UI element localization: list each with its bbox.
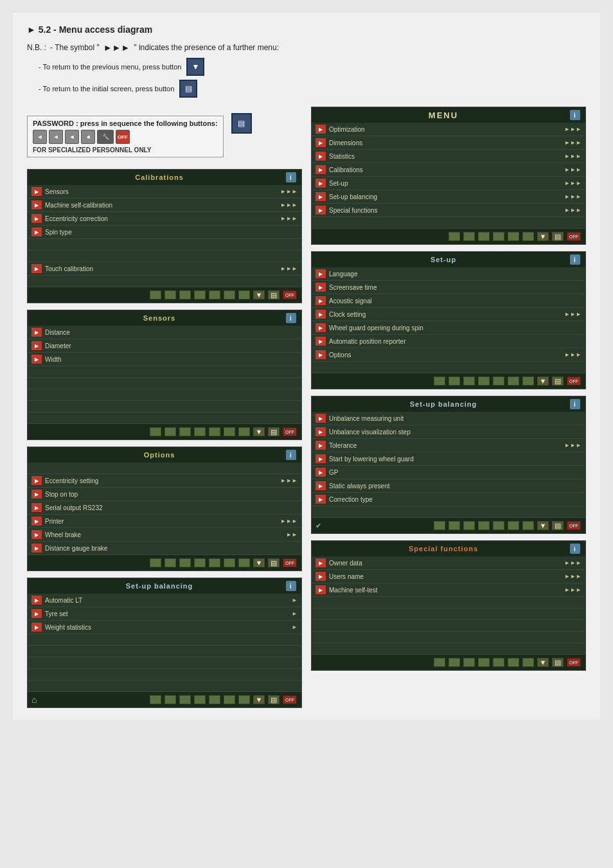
cal-item-machine-self-cal[interactable]: ▶ Machine self-calibration ►►►	[28, 199, 301, 212]
sf-item-users[interactable]: ▶ Users name ►►►	[312, 570, 585, 583]
footer-btn-5[interactable]	[209, 290, 220, 299]
setup-bal-right-info[interactable]: i	[570, 399, 580, 409]
sbl-footer-back[interactable]: ▼	[253, 695, 265, 704]
sbl-footer-home2[interactable]: ▤	[268, 695, 280, 704]
footer-btn-2[interactable]	[164, 290, 176, 299]
setup-item-screensave[interactable]: ▶ Screensave time	[312, 281, 585, 294]
menu-footer-btn-6[interactable]	[522, 232, 534, 241]
menu-footer-btn-1[interactable]	[449, 232, 460, 241]
menu-footer-home[interactable]: ▤	[552, 232, 564, 241]
sbl-footer-btn-5[interactable]	[209, 695, 220, 704]
setup-footer-btn-2[interactable]	[449, 376, 460, 385]
setup-item-language[interactable]: ▶ Language	[312, 267, 585, 281]
special-fn-info[interactable]: i	[570, 544, 580, 554]
footer-btn-home[interactable]: ▤	[268, 290, 280, 299]
sf-footer-btn-6[interactable]	[508, 658, 519, 667]
footer-btn-back[interactable]: ▼	[253, 290, 265, 299]
sbl-item-tyre[interactable]: ▶ Tyre set ►	[28, 607, 301, 621]
sbr-footer-off[interactable]: OFF	[567, 521, 581, 530]
sensors-footer-back[interactable]: ▼	[253, 427, 265, 436]
options-footer-btn-5[interactable]	[209, 558, 220, 567]
sf-footer-btn-5[interactable]	[493, 658, 504, 667]
sbr-item-gp[interactable]: ▶ GP	[312, 466, 585, 479]
options-footer-btn-7[interactable]	[238, 558, 250, 567]
sensors-item-diameter[interactable]: ▶ Diameter	[28, 339, 301, 353]
menu-item-setup[interactable]: ▶ Set-up ►►►	[312, 177, 585, 190]
cal-item-sensors[interactable]: ▶ Sensors ►►►	[28, 185, 301, 199]
setup-item-acoustic[interactable]: ▶ Acoustic signal	[312, 294, 585, 308]
menu-item-special[interactable]: ▶ Special functions ►►►	[312, 204, 585, 217]
options-item-stop[interactable]: ▶ Stop on top	[28, 488, 301, 501]
options-footer-btn-4[interactable]	[194, 558, 206, 567]
sbl-footer-off[interactable]: OFF	[283, 695, 297, 704]
sensors-footer-off[interactable]: OFF	[283, 427, 297, 436]
menu-main-info[interactable]: i	[570, 110, 580, 120]
options-item-serial[interactable]: ▶ Serial output RS232	[28, 501, 301, 515]
pw-btn-2[interactable]: ◄	[49, 130, 63, 144]
cal-item-spin[interactable]: ▶ Spin type	[28, 226, 301, 239]
footer-btn-6[interactable]	[224, 290, 235, 299]
sbr-footer-back[interactable]: ▼	[537, 521, 549, 530]
setup-footer-home[interactable]: ▤	[552, 376, 564, 385]
options-footer-btn-3[interactable]	[179, 558, 191, 567]
options-footer-btn-2[interactable]	[164, 558, 176, 567]
sbl-footer-btn-7[interactable]	[238, 695, 250, 704]
sbr-footer-btn-7[interactable]	[522, 521, 534, 530]
sensors-item-distance[interactable]: ▶ Distance	[28, 326, 301, 339]
options-footer-btn-6[interactable]	[224, 558, 235, 567]
sensors-footer-btn-4[interactable]	[194, 427, 206, 436]
options-footer-btn-1[interactable]	[150, 558, 161, 567]
setup-footer-btn-6[interactable]	[508, 376, 519, 385]
sbr-item-start-lower[interactable]: ▶ Start by lowering wheel guard	[312, 452, 585, 466]
sbr-footer-btn-3[interactable]	[463, 521, 475, 530]
sbr-item-static[interactable]: ▶ Static always present	[312, 479, 585, 493]
sbr-item-unbal-vis[interactable]: ▶ Unbalance visualization step	[312, 425, 585, 439]
sbr-footer-home[interactable]: ▤	[552, 521, 564, 530]
options-item-dist-gauge[interactable]: ▶ Distance gauge brake	[28, 542, 301, 555]
sbr-item-correction[interactable]: ▶ Correction type	[312, 493, 585, 506]
sbl-footer-btn-1[interactable]	[150, 695, 161, 704]
setup-info-badge[interactable]: i	[570, 254, 580, 265]
setup-footer-btn-1[interactable]	[434, 376, 445, 385]
setup-bal-left-info[interactable]: i	[286, 581, 296, 591]
options-footer-back[interactable]: ▼	[253, 558, 265, 567]
menu-footer-back[interactable]: ▼	[537, 232, 549, 241]
sensors-footer-btn-2[interactable]	[164, 427, 176, 436]
menu-item-dimensions[interactable]: ▶ Dimensions ►►►	[312, 136, 585, 150]
options-footer-off[interactable]: OFF	[283, 558, 297, 567]
footer-btn-4[interactable]	[194, 290, 206, 299]
sf-footer-home[interactable]: ▤	[552, 658, 564, 667]
options-info-badge[interactable]: i	[286, 450, 296, 460]
sf-footer-off[interactable]: OFF	[567, 658, 581, 667]
sbl-footer-btn-2[interactable]	[164, 695, 176, 704]
sf-footer-btn-1[interactable]	[434, 658, 445, 667]
setup-item-auto-pos[interactable]: ▶ Automatic position reporter	[312, 335, 585, 348]
sbl-footer-btn-3[interactable]	[179, 695, 191, 704]
menu-item-setup-bal[interactable]: ▶ Set-up balancing ►►►	[312, 190, 585, 204]
sf-footer-btn-4[interactable]	[478, 658, 490, 667]
setup-item-wheel-guard[interactable]: ▶ Wheel guard opening during spin	[312, 321, 585, 335]
sf-footer-btn-7[interactable]	[522, 658, 534, 667]
setup-footer-btn-3[interactable]	[463, 376, 475, 385]
menu-item-calibrations[interactable]: ▶ Calibrations ►►►	[312, 163, 585, 177]
sensors-footer-btn-6[interactable]	[224, 427, 235, 436]
sbr-footer-btn-6[interactable]	[508, 521, 519, 530]
calibrations-info-badge[interactable]: i	[286, 172, 296, 182]
sbr-item-tolerance[interactable]: ▶ Tolerance ►►►	[312, 439, 585, 452]
sbl-item-weight[interactable]: ▶ Weight statistics ►	[28, 621, 301, 634]
sf-footer-btn-3[interactable]	[463, 658, 475, 667]
sensors-info-badge[interactable]: i	[286, 313, 296, 323]
sensors-item-width[interactable]: ▶ Width	[28, 353, 301, 366]
menu-footer-off[interactable]: OFF	[567, 232, 581, 241]
options-item-wheel-brake[interactable]: ▶ Wheel brake ►►	[28, 528, 301, 542]
setup-item-clock[interactable]: ▶ Clock setting ►►►	[312, 308, 585, 321]
pw-btn-1[interactable]: ◄	[33, 130, 47, 144]
pw-btn-off[interactable]: OFF	[116, 130, 130, 144]
menu-item-optimization[interactable]: ▶ Optimization ►►►	[312, 123, 585, 136]
pw-btn-3[interactable]: ◄	[65, 130, 79, 144]
sf-footer-back[interactable]: ▼	[537, 658, 549, 667]
menu-footer-btn-4[interactable]	[493, 232, 504, 241]
menu-footer-btn-2[interactable]	[463, 232, 475, 241]
sf-item-machine-self-test[interactable]: ▶ Machine self-test ►►►	[312, 583, 585, 597]
sensors-footer-btn-1[interactable]	[150, 427, 161, 436]
